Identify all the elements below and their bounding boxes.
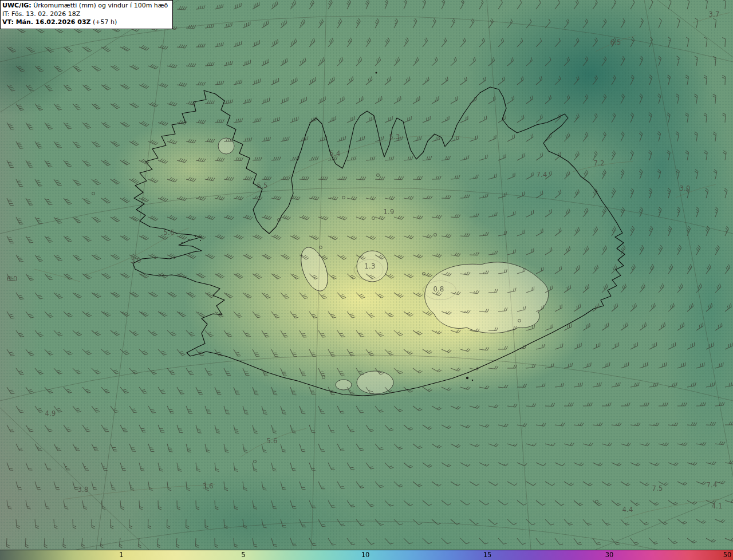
station-markers xyxy=(92,174,598,503)
glacier-outlines xyxy=(218,138,549,394)
colorbar-ticks: 1510153050 xyxy=(0,550,733,560)
lead-time: (+57 h) xyxy=(91,18,117,26)
colorbar-tick-label: 30 xyxy=(605,551,614,559)
valid-line: VT: Mán. 16.02.2026 03Z (+57 h) xyxy=(2,18,168,27)
model-name: UWC/IG: xyxy=(2,2,31,9)
title-line: UWC/IG: Úrkomumætti (mm) og vindur í 100… xyxy=(2,2,168,10)
map-title: Úrkomumætti (mm) og vindur í 100m hæð xyxy=(31,2,168,9)
colorbar-tick-label: 1 xyxy=(119,551,123,559)
map-overlay-svg xyxy=(0,0,733,550)
colorbar: 1510153050 xyxy=(0,550,733,560)
colorbar-tick-label: 5 xyxy=(241,551,245,559)
title-box: UWC/IG: Úrkomumætti (mm) og vindur í 100… xyxy=(0,0,173,29)
weather-map: 3.76.55.35.45.57.27.43.01.95.63.06.01.30… xyxy=(0,0,733,560)
island-specks xyxy=(182,72,473,381)
map-area: 3.76.55.35.45.57.27.43.01.95.63.06.01.30… xyxy=(0,0,733,550)
colorbar-tick-label: 50 xyxy=(723,551,732,559)
colorbar-tick-label: 10 xyxy=(361,551,370,559)
valid-time: VT: Mán. 16.02.2026 03Z xyxy=(2,18,91,26)
init-time: IT: Fös. 13. 02. 2026 18Z xyxy=(2,10,168,19)
colorbar-tick-label: 15 xyxy=(483,551,492,559)
